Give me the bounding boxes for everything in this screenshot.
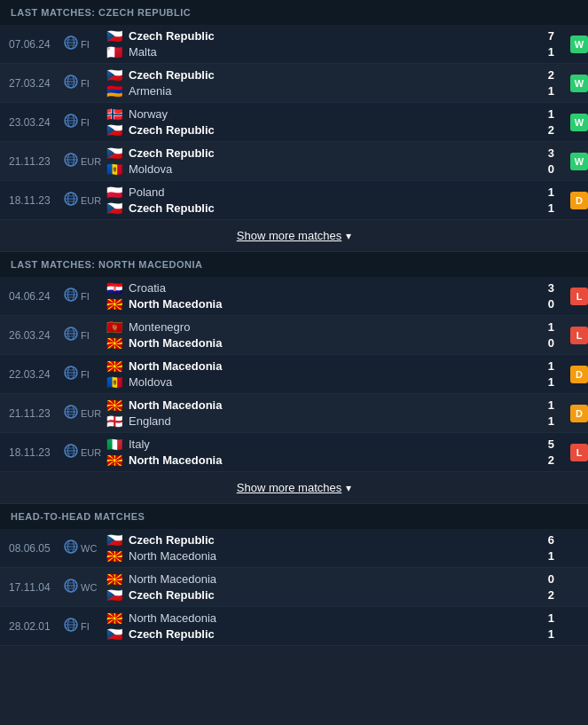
team2-name: Armenia <box>129 84 171 98</box>
team2-info: 🇲🇩 Moldova <box>106 375 172 389</box>
team2-flag: 🇲🇰 <box>106 549 123 563</box>
team2-name: North Macedonia <box>129 549 216 563</box>
page-container: LAST MATCHES: CZECH REPUBLIC 07.06.24 FI… <box>0 0 588 646</box>
type-label: FI <box>81 78 90 89</box>
team1-row: 🇨🇿 Czech Republic 3 <box>106 146 554 160</box>
match-row: 04.06.24 FI 🇭🇷 Croatia 3 <box>0 277 588 316</box>
team1-flag: 🇲🇰 <box>106 359 123 373</box>
result-col <box>554 529 588 567</box>
match-row: 21.11.23 EUR 🇲🇰 North Macedonia 1 <box>0 394 588 433</box>
result-badge-empty <box>570 618 588 635</box>
match-date: 28.02.01 <box>9 620 64 633</box>
team1-flag: 🇳🇴 <box>106 107 123 121</box>
match-type: FI <box>64 35 108 52</box>
globe-icon <box>64 153 78 169</box>
team2-name: Moldova <box>129 375 172 389</box>
team1-flag: 🇮🇹 <box>106 437 123 451</box>
show-more-row[interactable]: Show more matches ▾ <box>0 220 588 252</box>
team2-row: 🇲🇰 North Macedonia 0 <box>106 297 554 311</box>
team2-score: 1 <box>548 84 554 98</box>
team1-row: 🇮🇹 Italy 5 <box>106 437 554 451</box>
result-col: D <box>554 355 588 393</box>
team1-info: 🇳🇴 Norway <box>106 107 168 121</box>
result-badge: W <box>570 35 588 53</box>
team2-row: 🇲🇰 North Macedonia 0 <box>106 336 554 350</box>
type-label: FI <box>81 39 90 50</box>
date-type-col: 07.06.24 FI <box>0 25 106 63</box>
section-header: LAST MATCHES: CZECH REPUBLIC <box>0 0 588 25</box>
team1-name: Czech Republic <box>129 68 215 82</box>
match-type: WC <box>64 540 108 556</box>
chevron-down-icon: ▾ <box>346 482 351 494</box>
show-more-label[interactable]: Show more matches <box>237 229 342 242</box>
team2-flag: 🇦🇲 <box>106 84 123 98</box>
date-type-col: 27.03.24 FI <box>0 64 106 102</box>
result-col: W <box>554 25 588 63</box>
team2-score: 1 <box>548 627 554 641</box>
match-date: 26.03.24 <box>9 329 64 342</box>
team2-flag: 🇲🇰 <box>106 297 123 311</box>
result-badge: L <box>570 288 588 305</box>
team1-name: Czech Republic <box>129 29 215 43</box>
date-type-col: 23.03.24 FI <box>0 103 106 141</box>
team1-flag: 🇲🇰 <box>106 611 123 625</box>
show-more-label[interactable]: Show more matches <box>237 481 342 494</box>
type-label: EUR <box>81 447 101 458</box>
match-row: 21.11.23 EUR 🇨🇿 Czech Republic 3 <box>0 142 588 181</box>
team2-row: 🏴󠁧󠁢󠁥󠁮󠁧󠁿 England 1 <box>106 414 554 428</box>
team1-score: 3 <box>548 146 554 160</box>
team1-score: 7 <box>548 29 554 43</box>
match-type: FI <box>64 288 108 304</box>
team1-flag: 🇲🇰 <box>106 398 123 412</box>
team1-name: North Macedonia <box>129 398 222 412</box>
type-label: EUR <box>81 195 101 206</box>
match-date: 17.11.04 <box>9 581 64 594</box>
result-col: L <box>554 433 588 471</box>
team2-flag: 🇨🇿 <box>106 201 123 215</box>
team1-row: 🇲🇰 North Macedonia 1 <box>106 398 554 412</box>
team1-name: Italy <box>129 437 150 451</box>
globe-icon <box>64 444 78 461</box>
team2-name: North Macedonia <box>129 336 222 350</box>
team2-name: England <box>129 414 171 428</box>
team1-name: North Macedonia <box>129 611 216 625</box>
date-type-col: 26.03.24 FI <box>0 316 106 354</box>
team2-score: 2 <box>548 588 554 602</box>
team2-info: 🇨🇿 Czech Republic <box>106 201 215 215</box>
team2-info: 🇨🇿 Czech Republic <box>106 627 215 641</box>
team1-score: 0 <box>548 572 554 586</box>
match-row: 23.03.24 FI 🇳🇴 Norway 1 <box>0 103 588 142</box>
team1-score: 1 <box>548 320 554 334</box>
team1-flag: 🇲🇪 <box>106 320 123 334</box>
team2-name: Czech Republic <box>129 588 215 602</box>
match-date: 18.11.23 <box>9 194 64 207</box>
team1-score: 2 <box>548 68 554 82</box>
team2-score: 1 <box>548 549 554 563</box>
match-row: 27.03.24 FI 🇨🇿 Czech Republic 2 <box>0 64 588 103</box>
show-more-row[interactable]: Show more matches ▾ <box>0 472 588 504</box>
type-label: EUR <box>81 156 101 167</box>
team2-info: 🇲🇩 Moldova <box>106 162 172 176</box>
team1-info: 🇭🇷 Croatia <box>106 281 166 295</box>
type-label: FI <box>81 621 90 632</box>
type-label: FI <box>81 117 90 128</box>
team2-info: 🇲🇰 North Macedonia <box>106 336 222 350</box>
team2-row: 🇲🇰 North Macedonia 2 <box>106 453 554 467</box>
teams-scores-col: 🇲🇰 North Macedonia 1 🏴󠁧󠁢󠁥󠁮󠁧󠁿 England 1 <box>106 394 554 432</box>
match-row: 22.03.24 FI 🇲🇰 North Macedonia 1 <box>0 355 588 394</box>
match-row: 18.11.23 EUR 🇵🇱 Poland 1 <box>0 181 588 220</box>
teams-scores-col: 🇲🇪 Montenegro 1 🇲🇰 North Macedonia 0 <box>106 316 554 354</box>
team2-score: 1 <box>548 45 554 59</box>
team1-name: Norway <box>129 107 168 121</box>
match-date: 27.03.24 <box>9 77 64 90</box>
result-col: D <box>554 394 588 432</box>
team2-score: 0 <box>548 336 554 350</box>
team2-score: 0 <box>548 162 554 176</box>
globe-icon <box>64 327 78 343</box>
result-col: D <box>554 181 588 219</box>
team2-score: 2 <box>548 123 554 137</box>
globe-icon <box>64 75 78 91</box>
match-type: FI <box>64 327 108 343</box>
result-badge: W <box>570 75 588 92</box>
team2-row: 🇨🇿 Czech Republic 2 <box>106 123 554 137</box>
